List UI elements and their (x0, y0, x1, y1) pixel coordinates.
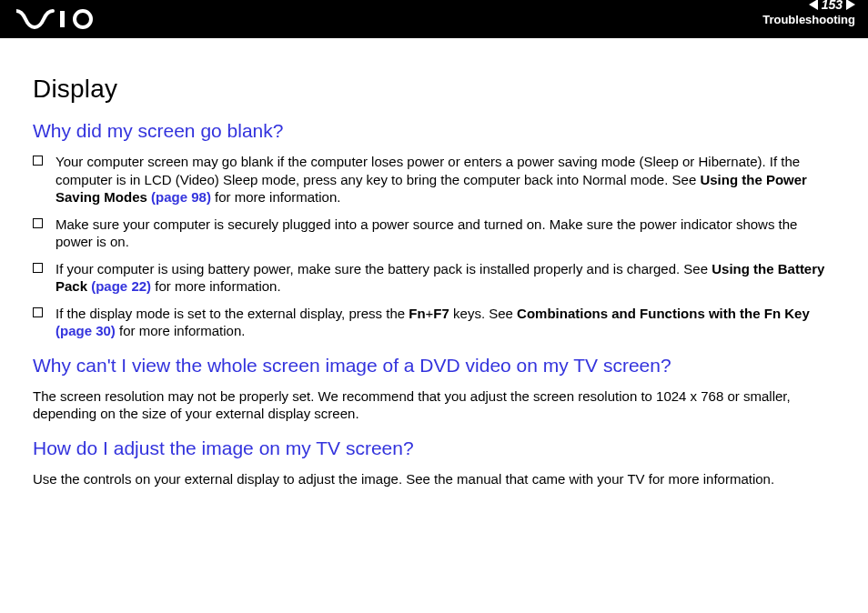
page-content: Display Why did my screen go blank? Your… (0, 38, 868, 487)
page-link[interactable]: (page 30) (56, 323, 116, 338)
text-run: for more information. (151, 278, 281, 294)
bullet-icon (33, 156, 43, 166)
text-run: If your computer is using battery power,… (56, 261, 712, 276)
text-bold: F7 (433, 306, 449, 321)
list-item: Your computer screen may go blank if the… (33, 153, 835, 206)
list-item-text: If the display mode is set to the extern… (56, 305, 835, 340)
page-link[interactable]: (page 98) (151, 189, 211, 205)
text-run: Your computer screen may go blank if the… (56, 154, 800, 187)
question-heading-1: Why did my screen go blank? (33, 120, 835, 142)
bullet-icon (33, 263, 43, 273)
page-number: 153 (822, 0, 843, 12)
svg-point-1 (75, 11, 91, 27)
text-run: Make sure your computer is securely plug… (56, 216, 797, 250)
vaio-logo-icon (16, 9, 98, 29)
list-item: Make sure your computer is securely plug… (33, 216, 835, 251)
page-nav: 153 Troubleshooting (762, 0, 855, 26)
list-item-text: If your computer is using battery power,… (56, 260, 835, 296)
text-run: for more information. (116, 323, 246, 338)
question-heading-2: Why can't I view the whole screen image … (33, 355, 835, 377)
page-link[interactable]: (page 22) (91, 278, 151, 294)
header-bar: 153 Troubleshooting (0, 0, 868, 38)
text-bold: Fn (409, 306, 425, 321)
page-title: Display (33, 75, 835, 104)
list-item-text: Make sure your computer is securely plug… (56, 216, 835, 251)
bullet-icon (33, 307, 43, 317)
list-item: If the display mode is set to the extern… (33, 305, 835, 340)
svg-rect-0 (60, 11, 65, 27)
text-run: for more information. (211, 189, 341, 205)
list-item-text: Your computer screen may go blank if the… (56, 153, 835, 206)
text-run: keys. See (449, 306, 517, 321)
next-page-icon[interactable] (846, 0, 855, 10)
answer-list-1: Your computer screen may go blank if the… (33, 153, 835, 340)
answer-paragraph-3: Use the controls on your external displa… (33, 470, 835, 488)
prev-page-icon[interactable] (809, 0, 818, 10)
answer-paragraph-2: The screen resolution may not be properl… (33, 387, 835, 423)
question-heading-3: How do I adjust the image on my TV scree… (33, 437, 835, 459)
text-run: If the display mode is set to the extern… (56, 306, 409, 321)
section-name: Troubleshooting (762, 13, 855, 26)
list-item: If your computer is using battery power,… (33, 260, 835, 296)
vaio-logo (16, 0, 98, 38)
bullet-icon (33, 218, 43, 228)
text-bold: Combinations and Functions with the Fn K… (517, 306, 810, 321)
